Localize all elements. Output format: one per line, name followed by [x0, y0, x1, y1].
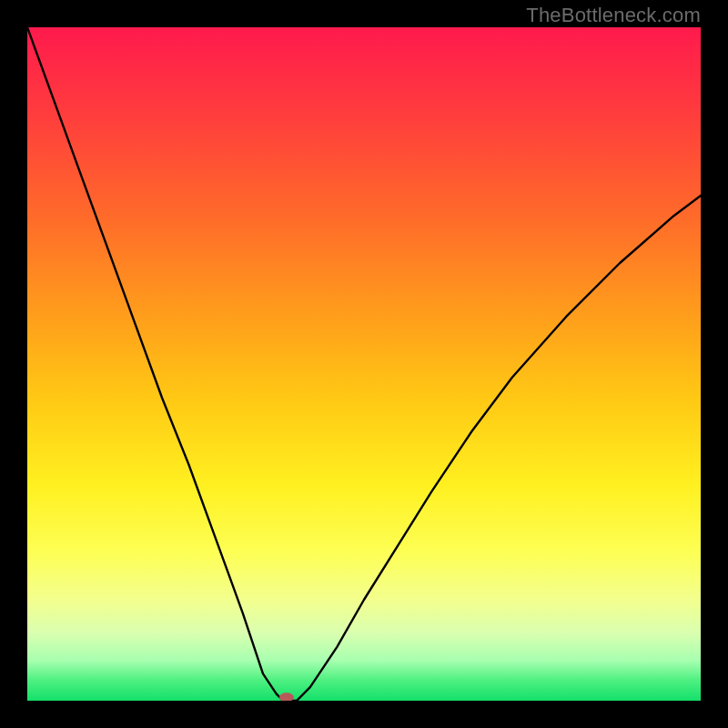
chart-frame: TheBottleneck.com: [0, 0, 728, 728]
min-marker: [279, 693, 294, 701]
bottleneck-curve: [27, 27, 701, 701]
plot-area: [27, 27, 701, 701]
curve-layer: [27, 27, 701, 701]
watermark-text: TheBottleneck.com: [526, 4, 701, 27]
